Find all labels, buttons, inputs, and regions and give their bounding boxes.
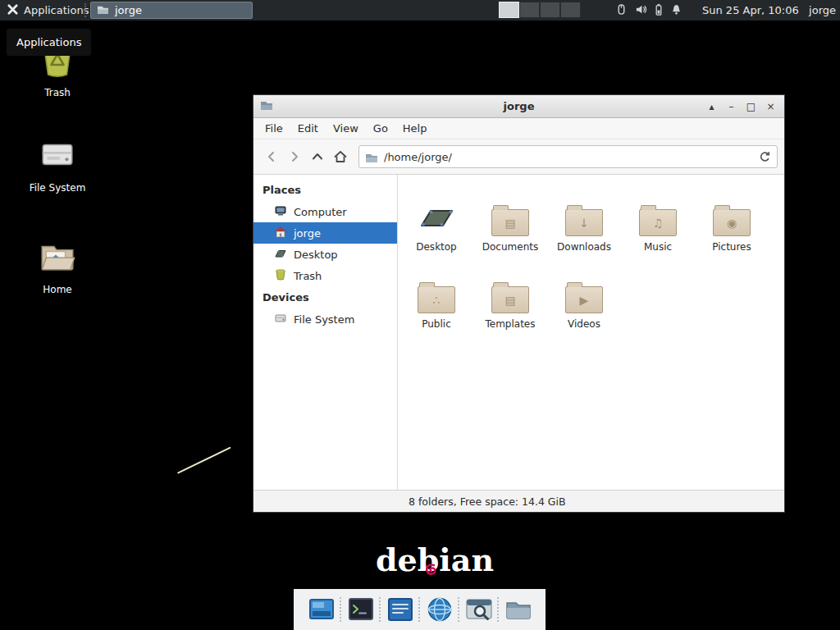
status-text: 8 folders, Free space: 14.4 GiB [409, 495, 566, 508]
panel-username: jorge [809, 0, 836, 21]
sidebar-item-label: Desktop [294, 249, 338, 261]
folder-item-templates[interactable]: ▤ Templates [473, 262, 547, 330]
folder-label: Downloads [557, 241, 611, 253]
sidebar-item-label: jorge [294, 227, 321, 240]
sidebar-header-devices: Devices [253, 286, 397, 308]
dock-separator [458, 597, 461, 622]
up-button[interactable] [306, 145, 329, 168]
folder-icon: ∴ [418, 286, 455, 313]
reload-icon[interactable] [758, 150, 772, 167]
path-input[interactable] [384, 151, 752, 163]
desktop-mini-icon [274, 247, 287, 262]
home-icon [274, 226, 287, 241]
volume-icon[interactable] [635, 3, 647, 18]
folder-item-pictures[interactable]: ◉ Pictures [695, 185, 769, 253]
workspace-4[interactable] [560, 2, 581, 18]
share-icon: ∴ [418, 287, 454, 313]
camera-icon: ◉ [714, 210, 750, 235]
folder-item-music[interactable]: ♫ Music [621, 185, 695, 253]
documents-emblem-icon: ▤ [492, 210, 528, 235]
dock-separator [497, 597, 500, 622]
menu-help[interactable]: Help [395, 120, 435, 137]
dock-separator [379, 597, 382, 622]
desktop-icon-label: Home [43, 284, 71, 295]
template-emblem-icon: ▤ [492, 287, 528, 313]
file-manager-icon[interactable] [504, 596, 532, 623]
applications-menu-button[interactable]: Applications [0, 0, 95, 21]
menu-go[interactable]: Go [366, 120, 395, 137]
menubar: File Edit View Go Help [253, 118, 784, 139]
menu-edit[interactable]: Edit [290, 120, 326, 137]
folder-item-videos[interactable]: ▶ Videos [547, 262, 621, 330]
desktop-icon-label: Trash [44, 87, 71, 98]
taskbar-window-label: jorge [115, 4, 142, 16]
close-button[interactable]: × [764, 99, 778, 113]
back-button[interactable] [260, 145, 283, 168]
home-button[interactable] [329, 145, 352, 168]
dock-separator [418, 597, 422, 622]
panel-separator [84, 3, 86, 17]
titlebar[interactable]: jorge ▴ – □ × [253, 95, 784, 118]
debian-swirl-icon [423, 549, 440, 586]
folder-label: Templates [485, 318, 535, 330]
folder-label: Music [644, 241, 672, 253]
menu-file[interactable]: File [258, 120, 290, 137]
text-editor-icon[interactable] [386, 596, 414, 623]
folder-item-documents[interactable]: ▤ Documents [473, 185, 547, 253]
sidebar-item-file-system[interactable]: File System [253, 308, 397, 330]
forward-button[interactable] [283, 145, 306, 168]
folder-label: Documents [482, 241, 538, 253]
dock-separator [340, 597, 343, 622]
panel-clock[interactable]: Sun 25 Apr, 10:06 [702, 0, 799, 21]
folder-item-desktop[interactable]: Desktop [399, 185, 473, 253]
workspace-pager [499, 2, 581, 18]
statusbar: 8 folders, Free space: 14.4 GiB [253, 490, 784, 512]
folder-item-public[interactable]: ∴ Public [399, 262, 473, 330]
mouse-icon[interactable] [615, 3, 628, 18]
sidebar-item-label: Trash [294, 270, 322, 282]
menu-view[interactable]: View [326, 120, 366, 137]
minimize-button[interactable]: – [724, 99, 738, 113]
workspace-1[interactable] [499, 2, 519, 18]
window-content: Places Computer jorge Desktop [253, 175, 784, 490]
video-emblem-icon: ▶ [566, 287, 602, 313]
desktop-pad-icon [417, 200, 456, 236]
battery-icon[interactable] [655, 3, 663, 18]
sidebar-item-label: Computer [294, 206, 347, 218]
trash-mini-icon [274, 268, 287, 284]
toolbar [253, 139, 784, 175]
maximize-button[interactable]: □ [744, 99, 758, 113]
path-folder-icon [365, 151, 378, 167]
workspace-3[interactable] [540, 2, 560, 18]
sidebar-item-computer[interactable]: Computer [253, 201, 397, 222]
download-arrow-icon: ↓ [566, 210, 602, 235]
folder-item-downloads[interactable]: ↓ Downloads [547, 185, 621, 253]
stray-mark [177, 446, 231, 473]
folder-label: Videos [568, 318, 600, 330]
applications-tooltip: Applications [7, 29, 91, 56]
shade-button[interactable]: ▴ [705, 99, 719, 113]
music-note-icon: ♫ [640, 210, 676, 235]
folder-icon: ↓ [565, 209, 603, 236]
sidebar-header-places: Places [253, 179, 397, 201]
sidebar-item-trash[interactable]: Trash [253, 265, 397, 286]
workspace-2[interactable] [519, 2, 540, 18]
folder-icon: ♫ [639, 209, 677, 236]
computer-icon [274, 204, 287, 220]
desktop-icon-file-system[interactable]: File System [20, 136, 95, 194]
sidebar: Places Computer jorge Desktop [253, 175, 398, 490]
sidebar-item-jorge[interactable]: jorge [253, 222, 397, 244]
drive-icon [39, 136, 76, 176]
bell-icon[interactable] [670, 3, 682, 18]
taskbar-window-button[interactable]: jorge [90, 2, 253, 19]
sidebar-item-desktop[interactable]: Desktop [253, 244, 397, 265]
web-browser-icon[interactable] [426, 596, 454, 623]
terminal-icon[interactable] [347, 596, 375, 623]
show-desktop-icon[interactable] [308, 596, 336, 623]
folder-label: Pictures [712, 241, 751, 253]
applications-menu-label: Applications [24, 4, 89, 16]
desktop-icon-home[interactable]: Home [20, 238, 95, 295]
debian-logo: debian [376, 541, 494, 578]
app-finder-icon[interactable] [465, 596, 493, 623]
folder-view: Desktop ▤ Documents ↓ Downloads ♫ Music … [398, 175, 784, 490]
